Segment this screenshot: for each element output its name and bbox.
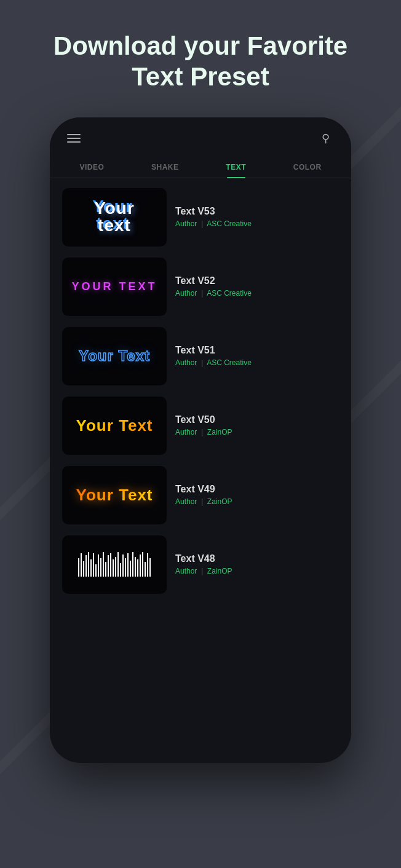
tab-text[interactable]: TEXT xyxy=(218,158,253,178)
top-bar: ⚲ xyxy=(50,117,351,153)
preset-thumb-v48 xyxy=(62,535,167,594)
thumb-v51-text: Your Text xyxy=(79,347,150,365)
preset-item-v52[interactable]: YOUR TEXT Text V52 Author | ASC Creative xyxy=(60,254,341,320)
preset-list: Yourtext Text V53 Author | ASC Creative … xyxy=(50,178,351,763)
preset-name-v50: Text V50 xyxy=(175,414,339,425)
phone-inner: ⚲ VIDEO SHAKE TEXT COLOR Yourtext Text V… xyxy=(50,117,351,763)
preset-info-v52: Text V52 Author | ASC Creative xyxy=(175,275,339,298)
preset-author-v49: Author | ZainOP xyxy=(175,497,339,506)
preset-thumb-v49: Your Text xyxy=(62,466,167,524)
thumb-v49-text: Your Text xyxy=(76,486,153,505)
page-title: Download your Favorite Text Preset xyxy=(54,31,347,93)
preset-name-v51: Text V51 xyxy=(175,345,339,356)
preset-thumb-v52: YOUR TEXT xyxy=(62,258,167,316)
preset-name-v53: Text V53 xyxy=(175,206,339,217)
preset-info-v53: Text V53 Author | ASC Creative xyxy=(175,206,339,228)
preset-author-v53: Author | ASC Creative xyxy=(175,219,339,228)
preset-item-v50[interactable]: Your Text Text V50 Author | ZainOP xyxy=(60,393,341,459)
preset-info-v50: Text V50 Author | ZainOP xyxy=(175,414,339,436)
preset-thumb-v53: Yourtext xyxy=(62,188,167,247)
thumb-v50-text: Your Text xyxy=(76,416,153,435)
barcode-lines xyxy=(78,552,151,577)
thumb-v52-text: YOUR TEXT xyxy=(71,280,157,293)
thumb-v53-text: Yourtext xyxy=(94,200,135,234)
preset-author-v52: Author | ASC Creative xyxy=(175,289,339,298)
preset-item-v49[interactable]: Your Text Text V49 Author | ZainOP xyxy=(60,462,341,528)
preset-name-v52: Text V52 xyxy=(175,275,339,286)
phone-frame: ⚲ VIDEO SHAKE TEXT COLOR Yourtext Text V… xyxy=(50,117,351,763)
preset-author-v51: Author | ASC Creative xyxy=(175,358,339,367)
preset-item-v53[interactable]: Yourtext Text V53 Author | ASC Creative xyxy=(60,184,341,250)
preset-info-v48: Text V48 Author | ZainOP xyxy=(175,553,339,575)
preset-thumb-v51: Your Text xyxy=(62,327,167,385)
preset-author-v48: Author | ZainOP xyxy=(175,567,339,575)
tab-color[interactable]: COLOR xyxy=(286,158,329,178)
preset-item-v48[interactable]: Text V48 Author | ZainOP xyxy=(60,532,341,598)
hamburger-icon[interactable] xyxy=(67,134,81,143)
tabs-bar: VIDEO SHAKE TEXT COLOR xyxy=(50,153,351,178)
search-icon[interactable]: ⚲ xyxy=(317,130,334,147)
tab-shake[interactable]: SHAKE xyxy=(144,158,186,178)
preset-name-v49: Text V49 xyxy=(175,484,339,495)
preset-thumb-v50: Your Text xyxy=(62,397,167,455)
preset-info-v49: Text V49 Author | ZainOP xyxy=(175,484,339,506)
page-header: Download your Favorite Text Preset xyxy=(17,0,384,117)
preset-item-v51[interactable]: Your Text Text V51 Author | ASC Creative xyxy=(60,323,341,389)
preset-name-v48: Text V48 xyxy=(175,553,339,564)
preset-author-v50: Author | ZainOP xyxy=(175,428,339,436)
tab-video[interactable]: VIDEO xyxy=(72,158,111,178)
preset-info-v51: Text V51 Author | ASC Creative xyxy=(175,345,339,367)
